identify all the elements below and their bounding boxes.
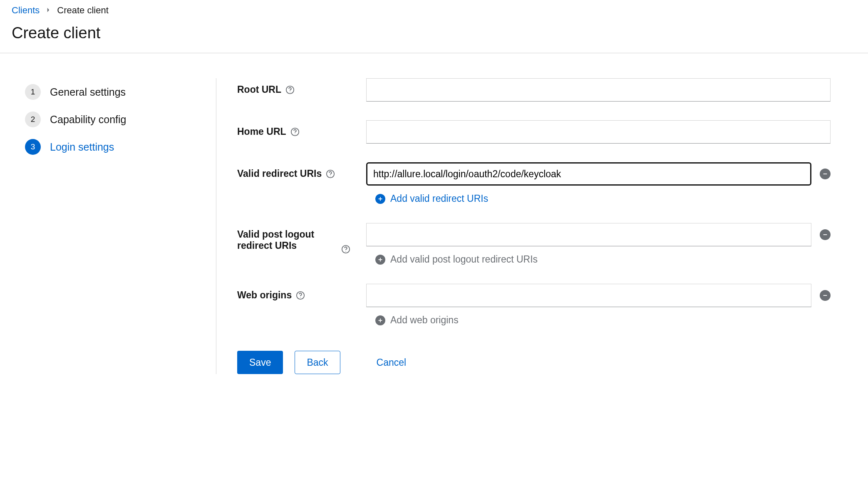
wizard-steps-sidebar: 1 General settings 2 Capability config 3… [25,78,216,374]
step-number-badge: 1 [25,84,41,100]
remove-uri-button[interactable] [820,169,831,179]
web-origins-row: Web origins [237,284,831,326]
breadcrumb-parent-link[interactable]: Clients [12,5,40,16]
form-actions: Save Back Cancel [237,351,831,374]
breadcrumb-current: Create client [57,5,109,16]
svg-rect-11 [823,234,827,235]
save-button[interactable]: Save [237,351,283,374]
wizard-step-capability-config[interactable]: 2 Capability config [25,106,199,133]
root-url-row: Root URL [237,78,831,102]
wizard-body: 1 General settings 2 Capability config 3… [0,53,868,399]
back-button[interactable]: Back [295,351,340,374]
svg-rect-6 [823,174,827,174]
svg-point-15 [300,297,300,298]
root-url-label: Root URL [237,84,281,95]
help-icon[interactable] [341,245,350,254]
svg-point-5 [330,176,331,176]
remove-uri-button[interactable] [820,290,831,301]
valid-post-logout-redirect-uris-input-col: Add valid post logout redirect URIs [366,223,831,265]
add-valid-redirect-uri-button[interactable]: Add valid redirect URIs [366,193,831,204]
add-valid-post-logout-redirect-uri-button[interactable]: Add valid post logout redirect URIs [366,254,831,265]
help-icon[interactable] [285,85,295,94]
page: Clients Create client Create client 1 Ge… [0,0,868,399]
svg-point-10 [345,251,346,251]
valid-redirect-uris-label-col: Valid redirect URIs [237,162,366,179]
home-url-input[interactable] [366,120,831,144]
svg-rect-16 [823,295,827,296]
help-icon[interactable] [296,291,305,300]
wizard-step-general-settings[interactable]: 1 General settings [25,78,199,106]
home-url-label: Home URL [237,126,286,137]
valid-post-logout-redirect-uris-label: Valid post logout redirect URIs [237,229,337,251]
cancel-button[interactable]: Cancel [365,351,419,374]
root-url-label-col: Root URL [237,78,366,95]
remove-uri-button[interactable] [820,229,831,240]
svg-rect-13 [379,259,382,260]
web-origins-label: Web origins [237,290,292,301]
valid-redirect-uris-input-col: Add valid redirect URIs [366,162,831,204]
step-number-badge: 2 [25,112,41,127]
add-valid-redirect-uri-label: Add valid redirect URIs [390,193,488,204]
help-icon[interactable] [326,169,335,179]
web-origin-input[interactable] [366,284,811,307]
home-url-row: Home URL [237,120,831,144]
svg-rect-8 [379,198,382,199]
plus-icon [375,315,385,325]
valid-redirect-uris-label: Valid redirect URIs [237,168,322,179]
home-url-input-col [366,120,831,144]
web-origins-label-col: Web origins [237,284,366,301]
valid-redirect-uri-input[interactable] [366,162,811,186]
chevron-right-icon [45,7,51,14]
valid-post-logout-redirect-uri-input[interactable] [366,223,811,246]
web-origins-input-col: Add web origins [366,284,831,326]
home-url-label-col: Home URL [237,120,366,137]
svg-point-3 [295,134,295,134]
breadcrumb: Clients Create client [0,0,868,17]
root-url-input-col [366,78,831,102]
step-number-badge: 3 [25,139,41,155]
login-settings-form: Root URL Home URL [216,78,868,374]
plus-icon [375,255,385,265]
add-valid-post-logout-redirect-uri-label: Add valid post logout redirect URIs [390,254,538,265]
plus-icon [375,194,385,204]
page-title: Create client [0,17,868,53]
step-label: General settings [50,86,126,98]
root-url-input[interactable] [366,78,831,102]
step-label: Capability config [50,114,126,126]
valid-post-logout-redirect-uris-label-col: Valid post logout redirect URIs [237,223,366,254]
svg-rect-18 [379,320,382,321]
valid-redirect-uris-row: Valid redirect URIs [237,162,831,204]
step-label: Login settings [50,141,114,153]
wizard-step-login-settings[interactable]: 3 Login settings [25,133,199,161]
add-web-origin-label: Add web origins [390,315,459,326]
add-web-origin-button[interactable]: Add web origins [366,315,831,326]
help-icon[interactable] [290,127,300,136]
svg-point-1 [290,92,290,92]
valid-post-logout-redirect-uris-row: Valid post logout redirect URIs [237,223,831,265]
